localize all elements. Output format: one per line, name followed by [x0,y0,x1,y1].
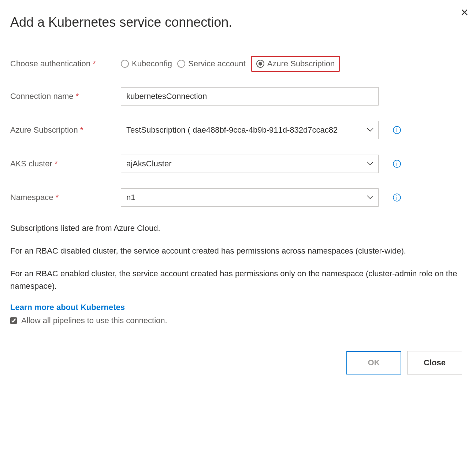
required-marker: * [75,92,79,101]
connection-name-row: Connection name * [10,87,466,106]
connection-name-label: Connection name * [10,92,121,101]
namespace-label-text: Namespace [10,193,53,202]
allow-pipelines-checkbox[interactable] [10,317,17,324]
radio-icon [256,60,264,68]
radio-service-account[interactable]: Service account [177,59,246,69]
required-marker: * [55,159,58,169]
azure-subscription-dropdown[interactable]: TestSubscription ( dae488bf-9cca-4b9b-91… [121,121,379,139]
azure-subscription-label-text: Azure Subscription [10,125,78,135]
radio-service-account-label: Service account [188,59,246,69]
info-line-1: Subscriptions listed are from Azure Clou… [10,222,466,235]
namespace-dropdown[interactable]: n1 [121,188,379,207]
allow-pipelines-row: Allow all pipelines to use this connecti… [10,316,466,325]
connection-name-label-text: Connection name [10,92,73,101]
info-icon[interactable] [393,193,401,202]
radio-kubeconfig-label: Kubeconfig [132,59,172,69]
aks-cluster-label: AKS cluster * [10,159,121,169]
info-icon[interactable] [393,159,401,168]
namespace-dropdown-wrapper: n1 [121,188,379,207]
radio-icon [177,60,185,68]
svg-rect-5 [397,163,397,166]
radio-azure-label: Azure Subscription [267,59,335,69]
aks-cluster-value: ajAksCluster [126,159,171,169]
auth-row: Choose authentication * Kubeconfig Servi… [10,56,466,72]
svg-rect-2 [397,129,397,132]
allow-pipelines-label: Allow all pipelines to use this connecti… [21,316,167,325]
radio-azure-highlight: Azure Subscription [251,56,341,72]
connection-name-input[interactable] [121,87,379,106]
dialog-title: Add a Kubernetes service connection. [10,15,466,30]
info-text: Subscriptions listed are from Azure Clou… [10,222,466,292]
button-row: OK Close [10,351,466,374]
azure-subscription-label: Azure Subscription * [10,125,121,135]
learn-more-link[interactable]: Learn more about Kubernetes [10,303,466,312]
aks-cluster-row: AKS cluster * ajAksCluster [10,155,466,173]
radio-azure-subscription[interactable]: Azure Subscription [256,59,335,69]
svg-rect-8 [397,197,397,200]
auth-radio-group: Kubeconfig Service account Azure Subscri… [121,56,340,72]
namespace-label: Namespace * [10,193,121,202]
aks-cluster-dropdown[interactable]: ajAksCluster [121,155,379,173]
ok-button[interactable]: OK [346,351,401,374]
svg-point-4 [397,162,397,162]
azure-subscription-dropdown-wrapper: TestSubscription ( dae488bf-9cca-4b9b-91… [121,121,379,139]
required-marker: * [80,125,83,135]
svg-point-7 [397,195,397,196]
info-icon[interactable] [393,126,401,134]
auth-label: Choose authentication * [10,59,121,69]
close-icon[interactable]: ✕ [460,7,469,19]
aks-cluster-label-text: AKS cluster [10,159,52,169]
required-marker: * [93,59,96,69]
info-line-3: For an RBAC enabled cluster, the service… [10,267,466,292]
required-marker: * [55,193,59,202]
namespace-value: n1 [126,193,135,202]
radio-kubeconfig[interactable]: Kubeconfig [121,59,172,69]
radio-icon [121,60,129,68]
namespace-row: Namespace * n1 [10,188,466,207]
azure-subscription-row: Azure Subscription * TestSubscription ( … [10,121,466,139]
aks-cluster-dropdown-wrapper: ajAksCluster [121,155,379,173]
azure-subscription-value: TestSubscription ( dae488bf-9cca-4b9b-91… [126,125,338,135]
svg-point-1 [397,128,397,129]
close-button[interactable]: Close [407,351,462,374]
info-line-2: For an RBAC disabled cluster, the servic… [10,245,466,257]
auth-label-text: Choose authentication [10,59,90,69]
